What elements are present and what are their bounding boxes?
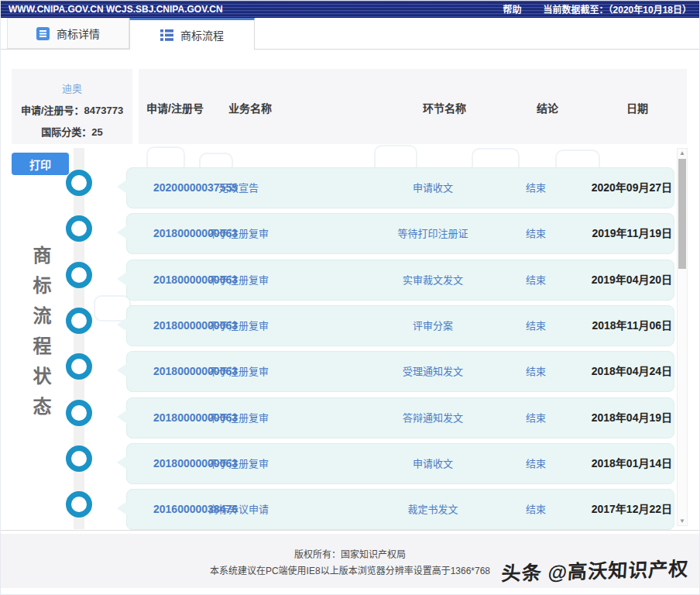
- scroll-down-icon[interactable]: ▼: [678, 518, 687, 524]
- row-business-name: 不予注册复审: [184, 260, 293, 300]
- trademark-process-page: WWW.CNIPA.GOV.CN WCJS.SBJ.CNIPA.GOV.CN 帮…: [0, 0, 700, 595]
- row-business-name: 无效宣告: [184, 168, 293, 208]
- process-row[interactable]: 20180000000063 不予注册复审 申请收文 结束 2018年01月14…: [126, 443, 674, 484]
- help-link[interactable]: 帮助: [503, 2, 522, 15]
- column-header-application-number: 申请/注册号: [146, 100, 204, 115]
- row-date: 2019年11月19日: [540, 214, 672, 253]
- row-date: 2018年04月24日: [540, 352, 672, 391]
- column-header-business-name: 业务名称: [196, 100, 304, 115]
- list-icon: [160, 29, 173, 41]
- row-step-name: 答辩通知发文: [371, 398, 495, 438]
- row-business-name: 不予注册复审: [184, 444, 293, 483]
- timeline-line: [74, 148, 84, 529]
- timeline-node-icon: [66, 170, 92, 196]
- timeline-node-icon: [66, 353, 92, 380]
- row-step-name: 申请收文: [371, 168, 495, 208]
- column-header-conclusion: 结论: [505, 100, 590, 115]
- data-cutoff-label: 当前数据截至：（2020年10月18日）: [544, 2, 691, 15]
- row-business-name: 商标异议申请: [184, 490, 293, 529]
- trademark-info-panel: 迪奥 申请/注册号：8473773 国际分类：25: [12, 69, 132, 144]
- row-business-name: 不予注册复审: [184, 398, 293, 438]
- timeline-node-icon: [66, 308, 92, 334]
- row-date: 2019年04月20日: [540, 260, 672, 300]
- process-row[interactable]: 20180000000063 不予注册复审 等待打印注册证 结束 2019年11…: [126, 213, 674, 254]
- scroll-up-icon[interactable]: ▲: [678, 150, 687, 156]
- timeline-node-icon: [66, 215, 92, 242]
- document-icon: [36, 27, 50, 40]
- top-bar: WWW.CNIPA.GOV.CN WCJS.SBJ.CNIPA.GOV.CN 帮…: [1, 1, 699, 18]
- row-step-name: 受理通知发文: [371, 352, 495, 391]
- row-date: 2017年12月22日: [540, 490, 672, 529]
- tab-trademark-process[interactable]: 商标流程: [129, 18, 255, 50]
- process-row[interactable]: 20160000038476 商标异议申请 裁定书发文 结束 2017年12月2…: [126, 489, 674, 530]
- process-row[interactable]: 20180000000063 不予注册复审 答辩通知发文 结束 2018年04月…: [126, 397, 674, 439]
- print-button[interactable]: 打印: [12, 153, 69, 175]
- row-date: 2018年01月14日: [540, 444, 672, 483]
- site-address-label: WWW.CNIPA.GOV.CN WCJS.SBJ.CNIPA.GOV.CN: [9, 4, 223, 15]
- content-bottom-divider: [1, 530, 699, 531]
- row-step-name: 等待打印注册证: [371, 214, 495, 253]
- tab-bar: 商标详情 商标流程: [1, 18, 699, 50]
- row-step-name: 申请收文: [371, 444, 495, 483]
- row-business-name: 不予注册复审: [184, 214, 293, 253]
- table-header: 申请/注册号 业务名称 环节名称 结论 日期: [139, 69, 687, 144]
- row-step-name: 实审裁文发文: [371, 260, 495, 300]
- row-date: 2018年04月19日: [540, 398, 672, 438]
- row-date: 2018年11月06日: [540, 306, 672, 346]
- row-step-name: 评审分案: [371, 306, 495, 346]
- scrollbar-thumb[interactable]: [678, 159, 686, 269]
- international-class-line: 国际分类：25: [12, 124, 132, 139]
- tab-trademark-details[interactable]: 商标详情: [7, 18, 129, 49]
- registration-number-line: 申请/注册号：8473773: [12, 102, 132, 117]
- vertical-scrollbar[interactable]: ▲ ▼: [677, 148, 688, 526]
- timeline-node-icon: [66, 262, 92, 288]
- tab-label: 商标流程: [180, 27, 224, 43]
- timeline-node-icon: [66, 445, 92, 472]
- process-row[interactable]: 20200000037555 无效宣告 申请收文 结束 2020年09月27日: [126, 167, 674, 208]
- row-business-name: 不予注册复审: [184, 352, 293, 391]
- row-date: 2020年09月27日: [540, 168, 672, 208]
- process-row[interactable]: 20180000000063 不予注册复审 评审分案 结束 2018年11月06…: [126, 305, 674, 346]
- trademark-name-link[interactable]: 迪奥: [12, 69, 132, 95]
- watermark-text: 头条 @高沃知识产权: [500, 553, 689, 586]
- process-status-vertical-label: 商标流程状态: [27, 246, 54, 427]
- timeline-node-icon: [66, 400, 92, 426]
- tab-label: 商标详情: [57, 26, 100, 41]
- timeline-node-icon: [66, 491, 92, 518]
- row-business-name: 不予注册复审: [184, 306, 293, 346]
- process-row[interactable]: 20180000000063 不予注册复审 实审裁文发文 结束 2019年04月…: [126, 260, 674, 301]
- row-step-name: 裁定书发文: [371, 490, 495, 529]
- column-header-step-name: 环节名称: [383, 100, 506, 115]
- process-row[interactable]: 20180000000063 不予注册复审 受理通知发文 结束 2018年04月…: [126, 351, 674, 392]
- column-header-date: 日期: [591, 100, 684, 115]
